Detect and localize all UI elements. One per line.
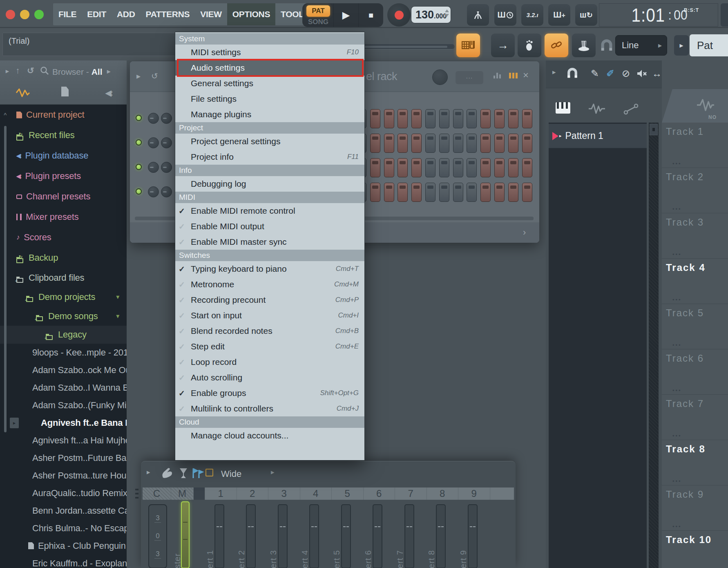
pattern-nav-button[interactable]: ▸ [674,35,689,56]
menu-item[interactable]: ✓Typing keyboard to pianoCmd+T [175,261,364,277]
step-button[interactable] [480,183,491,202]
playlist-magnet-icon[interactable] [566,67,578,79]
track-grip-dots[interactable]: ••• [672,251,682,257]
pattern-item[interactable]: ▸ Pattern 1 [549,124,647,148]
step-button[interactable] [494,134,505,153]
tempo-display[interactable]: 130.000 [411,6,451,23]
mixer-layout-icon[interactable] [205,469,213,476]
step-button[interactable] [397,183,408,202]
time-display[interactable]: 1:01 : 00 B:S:T [599,3,718,27]
browser-file-auraqualic-[interactable]: AuraQualic..tudio Remix) [0,484,127,502]
step-button[interactable] [522,134,532,153]
rack-footer-arrow-icon[interactable]: › [523,227,526,238]
insert-fader-2[interactable] [246,504,256,568]
menu-item[interactable]: ✓Multilink to controllersCmd+J [175,401,364,416]
browser-scroll-thumb[interactable] [4,126,7,432]
slip-tool-icon[interactable]: ↔ [652,68,662,79]
browser-file-9loops-kee[interactable]: 9loops - Kee..mple - 2015 [0,344,127,361]
step-edit-mode-button[interactable] [518,34,541,57]
channel-pan-knob[interactable] [148,137,159,148]
menubar-item-options[interactable]: OPTIONS [227,3,275,25]
track-grip-dots[interactable]: ••• [672,161,682,167]
step-button[interactable] [508,183,518,202]
step-button[interactable] [522,109,532,128]
step-button[interactable] [494,109,505,128]
mixer-header-master[interactable]: M [171,487,194,500]
playlist-menu-icon[interactable]: ▸ [552,68,556,76]
loop-record-button[interactable]: ш↻ [575,4,597,26]
track-row-10[interactable]: Track 10••• [662,531,728,568]
countdown-button[interactable]: 3.2.ı [521,4,543,26]
mixer-header-insert-3[interactable]: 3 [268,487,300,500]
insert-fader-1[interactable] [214,504,224,568]
mixer-flags-icon[interactable] [192,467,204,479]
step-button[interactable] [397,109,408,128]
browser-file-eric-kauffm-[interactable]: Eric Kauffm..d - Exoplanet [0,555,127,568]
menubar-item-view[interactable]: VIEW [195,3,227,25]
delete-tool-icon[interactable]: ⊘ [622,68,630,79]
rack-graph-editor-icon[interactable] [494,73,501,78]
step-sequencer-toggle-button[interactable] [456,34,480,57]
rack-close-icon[interactable]: × [523,69,529,81]
step-button[interactable] [453,158,463,177]
mixer-header-insert-9[interactable]: 9 [458,487,490,500]
browser-file-adam-szabo-[interactable]: Adam Szabo..I Wanna Be [0,379,127,396]
channel-led[interactable] [136,115,142,121]
channel-led[interactable] [136,188,142,195]
track-row-3[interactable]: Track 3••• [662,213,728,259]
insert-fader-8[interactable] [436,504,446,568]
step-button[interactable] [425,109,435,128]
menu-item[interactable]: ✓Blend recorded notesCmd+B [175,323,364,339]
menu-item[interactable]: MIDI settingsF10 [175,45,364,60]
menu-item[interactable]: ✓Enable MIDI master sync [175,234,364,250]
smart-disable-button[interactable]: → [491,34,515,57]
menubar-item-edit[interactable]: EDIT [82,3,112,25]
step-button[interactable] [439,134,449,153]
browser-file-chris-bulma-[interactable]: Chris Bulma..- No Escape [0,519,127,537]
channel-pan-knob[interactable] [148,113,159,124]
menubar-item-patterns[interactable]: PATTERNS [141,3,195,25]
browser-file-ephixa-clu[interactable]: Ephixa - Club Penguin [0,537,127,555]
step-button[interactable] [397,134,408,153]
channel-led[interactable] [136,139,142,145]
insert-fader-3[interactable] [278,504,288,568]
menu-item[interactable]: Project infoF11 [175,149,364,165]
browser-item-channel-presets[interactable]: Channel presets [0,186,127,207]
step-button[interactable] [370,183,380,202]
step-button[interactable] [522,183,532,202]
mixer-hourglass-icon[interactable] [179,467,188,479]
scroll-top-icon[interactable]: ^ [4,112,7,118]
mixer-resize-grip[interactable] [135,489,138,499]
step-button[interactable] [467,183,477,202]
menu-item[interactable]: Project general settings [175,134,364,149]
menu-item[interactable]: ✓Step editCmd+E [175,339,364,354]
insert-fader-4[interactable] [309,504,319,568]
browser-up-icon[interactable]: ↑ [16,66,20,76]
track-row-7[interactable]: Track 7••• [662,395,728,440]
rack-swing-knob[interactable] [432,69,448,85]
step-button[interactable] [480,158,491,177]
browser-item-recent-files[interactable]: ↻Recent files [0,125,127,145]
minimize-traffic-light[interactable] [20,10,29,19]
menu-item[interactable]: ✓Start on inputCmd+I [175,308,364,323]
track-row-4[interactable]: Track 4••• [662,259,728,304]
insert-fader-6[interactable] [373,504,382,568]
menu-item[interactable]: ✓Recording precountCmd+P [175,292,364,308]
step-button[interactable] [384,134,394,153]
master-pitch-slider[interactable] [351,44,455,49]
track-row-9[interactable]: Track 9••• [662,485,728,531]
step-button[interactable] [508,134,518,153]
step-button[interactable] [508,158,518,177]
step-button[interactable] [494,183,505,202]
mixer-header-insert-5[interactable]: 5 [332,487,364,500]
browser-item-scores[interactable]: ♪Scores [0,227,127,248]
browser-file-benn-jordan-[interactable]: Benn Jordan..assette Cafe [0,502,127,519]
mixer-header-insert-7[interactable]: 7 [395,487,427,500]
browser-item-plugin-presets[interactable]: ◀:Plugin presets [0,166,127,186]
menu-item[interactable]: ✓Enable MIDI output [175,219,364,234]
song-mode-button[interactable]: SONG [306,18,330,26]
step-button[interactable] [411,183,422,202]
mixer-hand-icon[interactable] [161,467,174,479]
channel-volume-knob[interactable] [161,162,172,173]
track-grip-dots[interactable]: ••• [672,433,682,439]
